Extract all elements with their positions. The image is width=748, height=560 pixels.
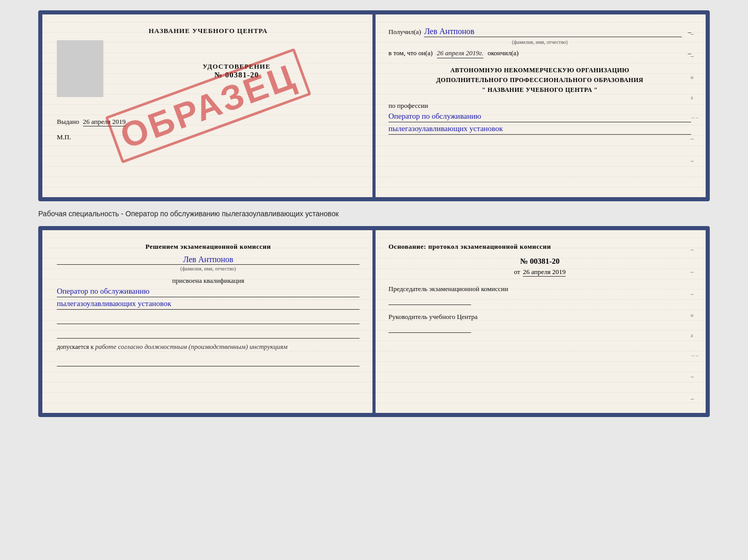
mp-block: М.П. [57,133,360,141]
org-line2: ДОПОЛНИТЕЛЬНОГО ПРОФЕССИОНАЛЬНОГО ОБРАЗО… [388,75,691,85]
allowed-work: допускается к работе согласно должностны… [57,343,360,351]
issued-date: 26 апреля 2019 [83,118,126,126]
q-side-dash-1: – [691,246,698,253]
commission-title: Решением экзаменационной комиссии [57,243,360,251]
q-side-dash-4: и [691,312,698,318]
profession-line1: Оператор по обслуживанию [388,112,691,122]
allowed-text: работе согласно должностным (производств… [95,343,287,350]
cert-right-page: Получил(а) Лев Антпонов – (фамилия, имя,… [374,14,706,197]
side-dash-7: – [691,157,698,165]
fio-label: (фамилия, имя, отчество) [388,39,691,45]
protocol-date-prefix: от [514,268,520,276]
allowed-prefix: допускается к [57,343,93,350]
side-dash-2: – [691,52,698,60]
q-side-dash-2: – [691,268,698,276]
q-side-dash-6: ←– [691,353,698,358]
person-name: Лев Антпонов [424,27,681,37]
q-side-dash-3: – [691,290,698,298]
chairman-signature-line [388,296,471,305]
udostoverenie-label: УДОСТОВЕРЕНИЕ [114,62,360,71]
qual-profession-line1: Оператор по обслуживанию [57,287,360,297]
mp-label: М.П. [57,133,71,141]
org-line1: АВТОНОМНУЮ НЕКОММЕРЧЕСКУЮ ОРГАНИЗАЦИЮ [388,66,691,75]
qual-left-page: Решением экзаменационной комиссии Лев Ан… [42,230,374,413]
certificate-book: НАЗВАНИЕ УЧЕБНОГО ЦЕНТРА УДОСТОВЕРЕНИЕ №… [38,10,710,201]
q-side-dash-5: а [691,332,698,338]
side-dash-1: – [691,30,698,38]
director-signature-line [388,324,471,333]
separator-text: Рабочая специальность - Оператор по обсл… [38,207,710,220]
issued-block: Выдано 26 апреля 2019 [57,118,360,126]
profession-line2: пылегазоулавливающих установок [388,124,691,135]
basis-title: Основание: протокол экзаменационной коми… [388,243,691,251]
q-side-dash-8: – [691,395,698,403]
profession-label: по профессии [388,102,691,110]
cert-id-block: УДОСТОВЕРЕНИЕ № 00381-20 [114,62,360,79]
commission-person-name: Лев Антпонов [57,255,360,265]
protocol-date-value: 26 апреля 2019 [523,268,566,277]
training-center-title: НАЗВАНИЕ УЧЕБНОГО ЦЕНТРА [57,27,360,35]
blank-line-3 [57,357,360,366]
completed-date: 26 апреля 2019г. [437,49,484,58]
side-dash-6: – [691,135,698,142]
cert-left-page: НАЗВАНИЕ УЧЕБНОГО ЦЕНТРА УДОСТОВЕРЕНИЕ №… [42,14,374,197]
document-container: НАЗВАНИЕ УЧЕБНОГО ЦЕНТРА УДОСТОВЕРЕНИЕ №… [38,10,710,417]
side-dash-3: и [691,74,698,80]
blank-line-1 [57,315,360,324]
qual-fio-label: (фамилия, имя, отчество) [57,266,360,271]
completed-prefix: в том, что он(а) [388,49,433,57]
q-side-dash-7: – [691,373,698,380]
protocol-number: № 00381-20 [388,257,691,266]
qual-profession-line2: пылегазоулавливающих установок [57,299,360,310]
blank-line-2 [57,329,360,339]
issued-label: Выдано [57,118,79,125]
org-block: АВТОНОМНУЮ НЕКОММЕРЧЕСКУЮ ОРГАНИЗАЦИЮ ДО… [388,66,691,95]
assigned-label: присвоена квалификация [57,277,360,285]
received-line: Получил(а) Лев Антпонов – [388,27,691,37]
qual-right-page: Основание: протокол экзаменационной коми… [374,230,706,413]
org-line3: " НАЗВАНИЕ УЧЕБНОГО ЦЕНТРА " [388,85,691,95]
qualification-book: Решением экзаменационной комиссии Лев Ан… [38,226,710,417]
protocol-date: от 26 апреля 2019 [388,268,691,276]
photo-placeholder [57,40,103,97]
received-label: Получил(а) [388,28,421,36]
cert-number: № 00381-20 [114,71,360,79]
director-label: Руководитель учебного Центра [388,312,691,322]
chairman-label: Председатель экзаменационной комиссии [388,284,691,294]
side-dash-5: ←– [691,115,698,120]
side-dash-4: а [691,94,698,100]
completed-line: в том, что он(а) 26 апреля 2019г. окончи… [388,49,691,58]
completed-suffix: окончил(а) [488,49,519,57]
